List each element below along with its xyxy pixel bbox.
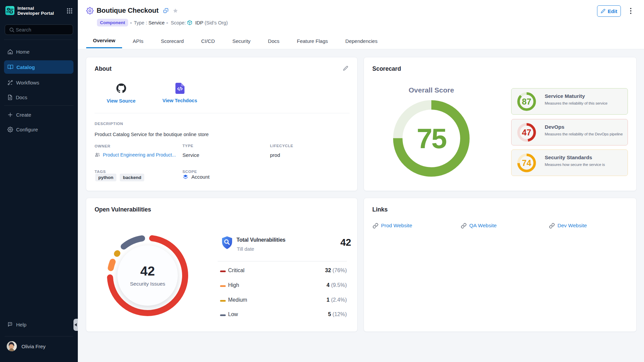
svg-text:75: 75 (417, 123, 446, 154)
svg-text:47: 47 (522, 128, 531, 137)
svg-text:?: ? (9, 322, 11, 325)
svg-text:74: 74 (522, 158, 531, 168)
svg-text:87: 87 (522, 97, 531, 106)
